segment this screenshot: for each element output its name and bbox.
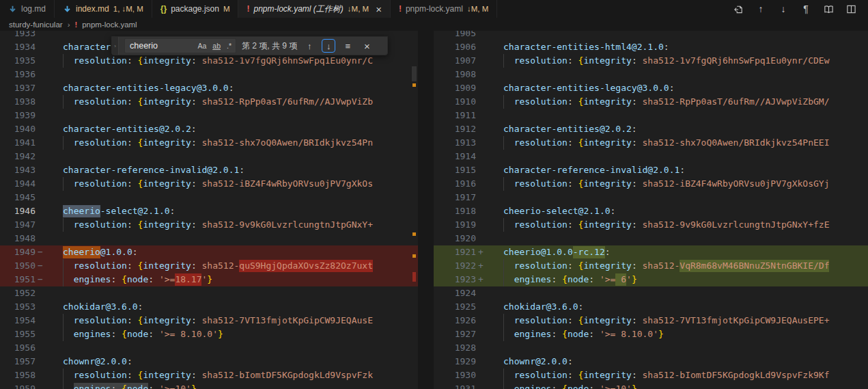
find-in-selection-button[interactable]: ≡ [341,39,354,53]
ruler-mark-match [412,254,416,258]
find-input[interactable]: cheerio Aa ab .* [124,38,236,53]
code-line-1922[interactable]: 1922+ resolution: {integrity: sha512-VqR… [434,259,868,273]
code-line-1942[interactable]: 1942 [0,150,418,163]
close-find-button[interactable]: × [360,39,374,53]
tab-package-json[interactable]: {}package.jsonM [152,0,239,18]
code-line-1936[interactable]: 1936 [0,68,418,81]
code-line-1929[interactable]: 1929chownr@2.0.0: [434,355,868,368]
tab-pnpm-lock-worktree[interactable]: !pnpm-lock.yaml (工作树)↓M, M× [238,0,390,18]
previous-change-icon[interactable]: ↑ [755,3,767,15]
code-line-1926[interactable]: 1926 resolution: {integrity: sha512-7VT1… [434,314,868,327]
code-line-1910[interactable]: 1910 resolution: {integrity: sha512-RpPp… [434,95,868,109]
code-line-1906[interactable]: 1906character-entities-html4@2.1.0: [434,40,868,54]
code-line-1947[interactable]: 1947 resolution: {integrity: sha512-9v9k… [0,218,418,232]
code-text: resolution: {integrity: sha512-RpPp0asT/… [503,95,868,109]
code-line-1914[interactable]: 1914 [434,150,868,163]
braces-icon: {} [160,4,167,14]
diff-sign [476,327,486,341]
tab-log-md[interactable]: log.md [0,0,55,18]
match-case-toggle[interactable]: Aa [196,41,208,51]
code-line-1915[interactable]: 1915character-reference-invalid@2.0.1: [434,163,868,177]
line-number: 1929 [434,355,476,368]
line-number: 1934 [0,40,36,54]
code-line-1927[interactable]: 1927 engines: {node: '>= 8.10.0'} [434,327,868,341]
diff-sign [36,31,45,40]
line-number: 1959 [0,382,36,389]
code-line-1935[interactable]: 1935 resolution: {integrity: sha512-1v7f… [0,54,418,68]
open-preview-icon[interactable] [822,3,835,15]
code-line-1956[interactable]: 1956 [0,341,418,355]
code-line-1923[interactable]: 1923+ engines: {node: '>= 6'} [434,273,868,286]
code-line-1919[interactable]: 1919 resolution: {integrity: sha512-9v9k… [434,218,868,232]
whole-word-toggle[interactable]: ab [211,41,222,51]
tab-index-md[interactable]: index.md1, ↓M, M [55,0,152,18]
close-icon[interactable]: × [376,4,382,14]
code-line-1930[interactable]: 1930 resolution: {integrity: sha512-bIom… [434,368,868,382]
code-line-1912[interactable]: 1912character-entities@2.0.2: [434,122,868,136]
code-line-1949[interactable]: 1949−cheerio@1.0.0: [0,245,418,259]
line-number: 1918 [434,204,476,218]
code-line-1938[interactable]: 1938 resolution: {integrity: sha512-RpPp… [0,95,418,109]
code-line-1920[interactable]: 1920 [434,232,868,245]
code-line-1951[interactable]: 1951− engines: {node: '>=18.17'} [0,273,418,286]
code-line-1952[interactable]: 1952 [0,286,418,300]
original-editor-pane[interactable]: 19331934character-entities-html4@2.1.0:1… [0,31,418,389]
code-text [63,68,418,81]
code-line-1925[interactable]: 1925chokidar@3.6.0: [434,300,868,314]
code-line-1917[interactable]: 1917 [434,191,868,204]
breadcrumb-file[interactable]: pnpm-lock.yaml [82,21,137,29]
code-line-1924[interactable]: 1924 [434,286,868,300]
toggle-replace-chevron[interactable]: › [112,37,119,55]
regex-toggle[interactable]: .* [225,41,233,51]
code-line-1905[interactable]: 1905 [434,31,868,40]
line-number: 1956 [0,341,36,355]
next-match-button[interactable]: ↓ [322,39,335,53]
tab-label: package.json [171,4,219,14]
code-line-1909[interactable]: 1909character-entities-legacy@3.0.0: [434,81,868,95]
previous-match-button[interactable]: ↑ [303,39,316,53]
code-line-1918[interactable]: 1918cheerio-select@2.1.0: [434,204,868,218]
code-line-1928[interactable]: 1928 [434,341,868,355]
line-number: 1927 [434,327,476,341]
open-file-icon[interactable] [732,3,744,15]
code-line-1945[interactable]: 1945 [0,191,418,204]
code-line-1931[interactable]: 1931 engines: {node: '>=10'} [434,382,868,389]
code-line-1907[interactable]: 1907 resolution: {integrity: sha512-1v7f… [434,54,868,68]
diff-sign [476,300,486,314]
line-number: 1942 [0,150,36,163]
code-line-1946[interactable]: 1946cheerio-select@2.1.0: [0,204,418,218]
code-line-1940[interactable]: 1940character-entities@2.0.2: [0,122,418,136]
overview-ruler[interactable] [412,31,417,389]
code-line-1921[interactable]: 1921+cheerio@1.0.0-rc.12: [434,245,868,259]
line-number: 1928 [434,341,476,355]
next-change-icon[interactable]: ↓ [777,3,789,15]
line-number: 1957 [0,355,36,368]
code-line-1958[interactable]: 1958 resolution: {integrity: sha512-bIom… [0,368,418,382]
split-editor-icon[interactable] [845,3,857,15]
code-line-1950[interactable]: 1950− resolution: {integrity: sha512-quS… [0,259,418,273]
line-number: 1958 [0,368,36,382]
code-line-1955[interactable]: 1955 engines: {node: '>= 8.10.0'} [0,327,418,341]
line-number: 1945 [0,191,36,204]
code-line-1937[interactable]: 1937character-entities-legacy@3.0.0: [0,81,418,95]
modified-editor-pane[interactable]: 19051906character-entities-html4@2.1.0:1… [434,31,868,389]
code-text: character-entities-legacy@3.0.0: [503,81,868,95]
code-line-1913[interactable]: 1913 resolution: {integrity: sha512-shx7… [434,136,868,150]
code-line-1948[interactable]: 1948 [0,232,418,245]
code-line-1943[interactable]: 1943character-reference-invalid@2.0.1: [0,163,418,177]
code-line-1953[interactable]: 1953chokidar@3.6.0: [0,300,418,314]
show-whitespace-icon[interactable]: ¶ [800,3,812,15]
code-line-1908[interactable]: 1908 [434,68,868,81]
code-line-1939[interactable]: 1939 [0,109,418,122]
tab-pnpm-lock[interactable]: !pnpm-lock.yaml↓M, M [391,0,497,18]
line-number: 1915 [434,163,476,177]
code-line-1957[interactable]: 1957chownr@2.0.0: [0,355,418,368]
code-line-1916[interactable]: 1916 resolution: {integrity: sha512-iBZ4… [434,177,868,191]
editor-sash[interactable] [418,31,434,389]
code-line-1911[interactable]: 1911 [434,109,868,122]
code-line-1954[interactable]: 1954 resolution: {integrity: sha512-7VT1… [0,314,418,327]
code-line-1944[interactable]: 1944 resolution: {integrity: sha512-iBZ4… [0,177,418,191]
breadcrumb-folder[interactable]: sturdy-funicular [9,21,63,29]
code-line-1959[interactable]: 1959 engines: {node: '>=10'} [0,382,418,389]
code-line-1941[interactable]: 1941 resolution: {integrity: sha512-shx7… [0,136,418,150]
